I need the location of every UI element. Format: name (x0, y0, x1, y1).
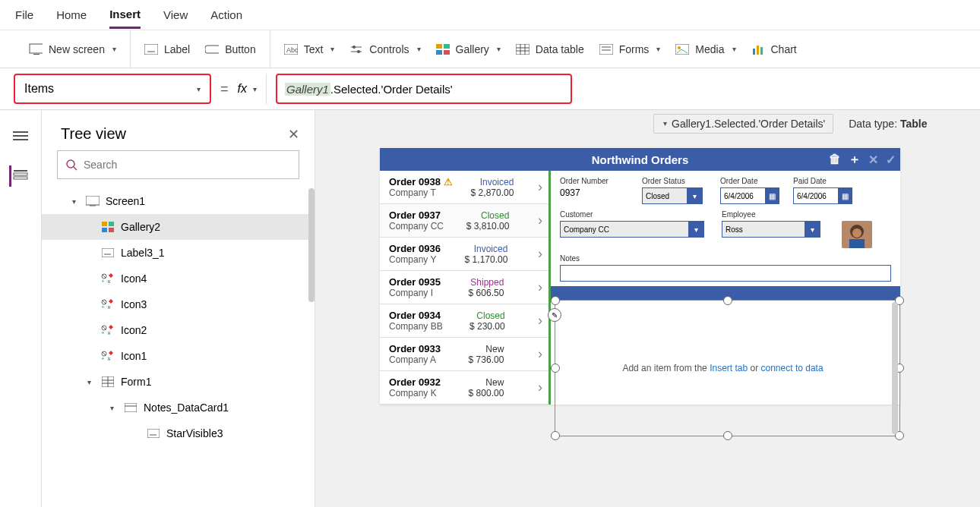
tree-node-label: Gallery2 (121, 221, 160, 233)
tree-search[interactable] (57, 150, 299, 179)
media-icon (675, 43, 689, 56)
tree-node-icon1[interactable]: +Icon1 (42, 343, 315, 369)
tree-node-gallery2[interactable]: Gallery2 (42, 214, 315, 240)
notes-input[interactable] (560, 265, 891, 282)
label-button[interactable]: Label (144, 43, 190, 56)
add-icon[interactable]: ＋ (849, 152, 861, 168)
svg-rect-20 (599, 44, 613, 55)
menu-view[interactable]: View (163, 2, 188, 27)
rail-treeview[interactable] (9, 165, 30, 187)
svg-rect-14 (444, 50, 450, 55)
formula-bar[interactable]: Gallery1.Selected.'Order Details' (276, 74, 572, 104)
scrollbar[interactable] (308, 188, 315, 302)
order-item[interactable]: Order 0935Company IShipped$ 606.50› (380, 271, 548, 304)
insert-tab-link[interactable]: Insert tab (710, 363, 748, 373)
paid-date-input[interactable]: 6/4/2006 ▦ (793, 187, 852, 204)
tree-node-starvisible3[interactable]: StarVisible3 (42, 420, 315, 446)
cancel-icon[interactable]: ✕ (868, 153, 878, 167)
button-icon (205, 43, 219, 56)
scrollbar[interactable] (892, 302, 898, 434)
order-status: Invoiced (480, 177, 514, 187)
order-item[interactable]: Order 0936Company YInvoiced$ 1,170.00› (380, 238, 548, 271)
order-item[interactable]: Order 0934Company BBClosed$ 230.00› (380, 304, 548, 338)
chevron-right-icon: › (538, 213, 542, 228)
new-screen-button[interactable]: New screen ▾ (29, 43, 116, 56)
menu-home[interactable]: Home (56, 2, 87, 27)
order-id: Order 0932 (389, 376, 441, 388)
order-id: Order 0937 (389, 209, 444, 221)
order-status-dropdown[interactable]: Closed ▾ (642, 187, 703, 204)
chevron-down-icon: ▾ (497, 45, 501, 53)
tree-node-label: Form1 (121, 376, 151, 388)
tree-node-notes_datacard1[interactable]: ▾Notes_DataCard1 (42, 395, 315, 420)
text-dropdown[interactable]: Abc Text▾ (284, 43, 335, 56)
expand-icon[interactable]: ▾ (72, 197, 80, 206)
left-rail (0, 110, 42, 507)
svg-rect-4 (205, 46, 219, 53)
order-item[interactable]: Order 0932Company KNew$ 800.00› (380, 371, 548, 405)
connect-data-link[interactable]: connect to data (761, 363, 824, 373)
delete-icon[interactable]: 🗑 (829, 153, 841, 166)
order-status: New (485, 344, 504, 354)
save-icon[interactable]: ✓ (886, 153, 896, 167)
tree-node-icon2[interactable]: +Icon2 (42, 317, 315, 343)
chevron-down-icon: ▾ (687, 188, 702, 203)
order-status: Invoiced (474, 244, 508, 254)
svg-rect-41 (109, 228, 114, 232)
svg-rect-27 (760, 47, 763, 55)
tree-node-label3_1[interactable]: Label3_1 (42, 240, 315, 266)
svg-rect-40 (102, 228, 107, 232)
chart-dropdown[interactable]: Chart (751, 43, 797, 56)
tree-node-form1[interactable]: ▾Form1 (42, 369, 315, 395)
order-status: Closed (481, 210, 509, 221)
gallery-dropdown[interactable]: Gallery▾ (436, 43, 501, 56)
order-status: Closed (476, 310, 504, 321)
tree-node-label: Icon4 (121, 272, 147, 285)
chevron-down-icon: ▾ (330, 45, 334, 53)
close-icon[interactable]: ✕ (288, 126, 299, 143)
svg-point-24 (678, 46, 681, 49)
menu-file[interactable]: File (15, 2, 33, 27)
order-gallery[interactable]: Order 0938 ⚠Company TInvoiced$ 2,870.00›… (380, 171, 551, 405)
order-date-input[interactable]: 6/4/2006 ▦ (720, 187, 779, 204)
order-company: Company T (389, 187, 453, 198)
chevron-right-icon: › (538, 346, 542, 362)
svg-rect-31 (14, 173, 27, 175)
warning-icon: ⚠ (444, 176, 453, 187)
employee-dropdown[interactable]: Ross ▾ (722, 221, 820, 238)
svg-rect-32 (14, 177, 27, 179)
media-dropdown[interactable]: Media▾ (675, 43, 735, 56)
button-button[interactable]: Button (205, 43, 255, 56)
rail-hamburger[interactable] (10, 125, 31, 146)
order-amount: $ 230.00 (469, 321, 505, 332)
order-company: Company K (389, 388, 441, 398)
chevron-down-icon: ▾ (253, 85, 257, 93)
controls-dropdown[interactable]: Controls▾ (349, 43, 420, 56)
menu-action[interactable]: Action (210, 2, 242, 27)
text-icon: Abc (284, 43, 298, 56)
tree-node-icon3[interactable]: +Icon3 (42, 291, 315, 317)
ordnum-value: 0937 (560, 187, 628, 198)
tree-node-icon4[interactable]: +Icon4 (42, 266, 315, 291)
expand-icon[interactable]: ▾ (87, 378, 95, 386)
svg-rect-67 (849, 239, 865, 248)
customer-dropdown[interactable]: Company CC ▾ (560, 221, 704, 238)
gallery-icon (101, 220, 115, 234)
fx-button[interactable]: fx ▾ (238, 82, 257, 96)
datatable-button[interactable]: Data table (516, 43, 584, 56)
menu-insert[interactable]: Insert (109, 2, 141, 29)
order-amount: $ 606.50 (469, 288, 504, 298)
forms-dropdown[interactable]: Forms▾ (599, 43, 661, 56)
selection-rect[interactable]: ✎ Add an item from the Insert tab or con… (555, 300, 900, 436)
chevron-down-icon: ▾ (732, 45, 736, 53)
tree-search-input[interactable] (84, 159, 291, 171)
formula-result-path[interactable]: ▾ Gallery1.Selected.'Order Details' (653, 114, 833, 134)
order-item[interactable]: Order 0937Company CCClosed$ 3,810.00› (380, 204, 548, 238)
property-selector[interactable]: Items ▾ (14, 74, 211, 104)
expand-icon[interactable]: ▾ (110, 404, 118, 412)
order-item[interactable]: Order 0938 ⚠Company TInvoiced$ 2,870.00› (380, 171, 548, 204)
tree-node-screen1[interactable]: ▾Screen1 (42, 188, 315, 214)
order-id: Order 0936 (389, 243, 441, 254)
formula-result-bar: ▾ Gallery1.Selected.'Order Details' Data… (653, 110, 927, 137)
order-item[interactable]: Order 0933Company ANew$ 736.00› (380, 338, 548, 371)
